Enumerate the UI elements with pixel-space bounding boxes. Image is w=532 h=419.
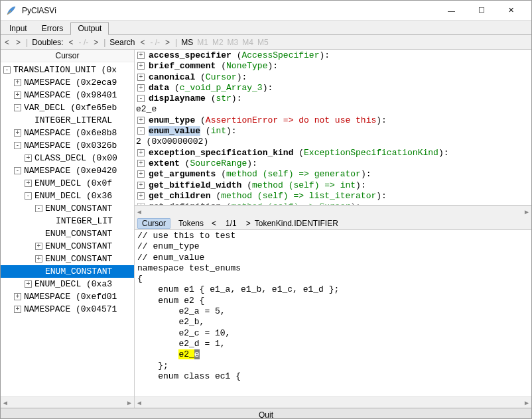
tree-item[interactable]: INTEGER_LIT	[1, 215, 134, 227]
window-title: PyClASVi	[22, 6, 436, 15]
main-tabs: Input Errors Output	[1, 21, 531, 35]
m3-button[interactable]: M3	[228, 38, 239, 47]
doubles-prev-button[interactable]: <	[68, 38, 75, 47]
tree-hscroll[interactable]: ◄►	[1, 396, 134, 408]
property-row[interactable]: +brief_comment (NoneType):	[136, 61, 530, 72]
titlebar: PyClASVi — ☐ ✕	[1, 1, 531, 21]
property-row[interactable]: +get_arguments (method (self) => generat…	[136, 169, 530, 180]
ms-button[interactable]: MS	[181, 38, 193, 47]
cursor-panel: Cursor -TRANSLATION_UNIT (0x+NAMESPACE (…	[1, 50, 135, 408]
nav-prev-button[interactable]: <	[3, 38, 11, 47]
props-hscroll[interactable]: ◄►	[135, 206, 531, 217]
search-label[interactable]: Search	[109, 38, 135, 47]
property-row[interactable]: +exception_specification_kind (Exception…	[136, 148, 530, 158]
property-value: e2_e	[136, 104, 530, 115]
tree-item[interactable]: -NAMESPACE (0xe0420	[1, 164, 134, 177]
search-prev-button[interactable]: <	[139, 38, 146, 47]
tree-item[interactable]: +NAMESPACE (0x6e8b8	[1, 127, 134, 139]
source-line: enum class ec1 {	[137, 371, 529, 382]
quit-button[interactable]: Quit	[1, 408, 531, 419]
source-hscroll[interactable]: ◄►	[135, 396, 531, 408]
tree-item[interactable]: +ENUM_CONSTANT	[1, 253, 134, 265]
nav-next-button[interactable]: >	[15, 38, 22, 47]
doubles-pos: - /-	[79, 38, 89, 47]
tree-item[interactable]: -NAMESPACE (0x0326b	[1, 139, 134, 152]
source-line: enum e1 { e1_a, e1_b, e1_c, e1_d };	[137, 284, 529, 295]
tab-output[interactable]: Output	[70, 22, 109, 35]
source-line: // use this to test	[137, 231, 529, 241]
cursor-tree[interactable]: -TRANSLATION_UNIT (0x+NAMESPACE (0x2eca9…	[1, 62, 134, 396]
minimize-button[interactable]: —	[436, 1, 466, 20]
tree-item[interactable]: +NAMESPACE (0xefd01	[1, 290, 134, 303]
property-row[interactable]: -displayname (str):	[136, 93, 530, 104]
tree-item[interactable]: +ENUM_DECL (0x0f	[1, 177, 134, 190]
maximize-button[interactable]: ☐	[466, 1, 496, 20]
m5-button[interactable]: M5	[257, 38, 269, 47]
source-view[interactable]: // use this to test// enum_type// enum_v…	[135, 230, 531, 396]
tree-item[interactable]: -TRANSLATION_UNIT (0x	[1, 64, 134, 76]
property-row[interactable]: -enum_value (int):	[136, 126, 530, 137]
property-row[interactable]: +enum_type (AssertionError => do not use…	[136, 115, 530, 126]
source-line: };	[137, 361, 529, 371]
tree-item[interactable]: +NAMESPACE (0x04571	[1, 303, 134, 316]
app-icon	[6, 5, 17, 16]
tree-item[interactable]: -ENUM_CONSTANT	[1, 202, 134, 215]
doubles-next-button[interactable]: >	[92, 38, 100, 47]
m1-button[interactable]: M1	[197, 38, 208, 47]
tree-item[interactable]: +NAMESPACE (0x2eca9	[1, 76, 134, 89]
tab-tokens-src[interactable]: Tokens	[174, 219, 208, 228]
property-row[interactable]: +get_bitfield_width (method (self) => in…	[136, 180, 530, 191]
source-line: e2_c = 10,	[137, 328, 529, 339]
property-row[interactable]: +access_specifier (AccessSpecifier):	[136, 50, 530, 61]
source-line: namespace test_enums	[137, 263, 529, 274]
m4-button[interactable]: M4	[242, 38, 253, 47]
tree-item[interactable]: -ENUM_DECL (0x36	[1, 190, 134, 202]
doubles-label: Doubles:	[32, 38, 63, 47]
source-line: // enum_value	[137, 253, 529, 263]
source-toolbar: Cursor Tokens < 1/1 > TokenKind.IDENTIFI…	[135, 217, 531, 230]
search-pos: - /-	[150, 38, 160, 47]
token-kind: TokenKind.IDENTIFIER	[255, 219, 338, 228]
source-line: e2_e	[137, 349, 529, 360]
close-button[interactable]: ✕	[496, 1, 526, 20]
search-next-button[interactable]: >	[164, 38, 171, 47]
tab-cursor-src[interactable]: Cursor	[137, 218, 170, 229]
source-line: enum e2 {	[137, 296, 529, 306]
tree-item[interactable]: +CLASS_DECL (0x00	[1, 152, 134, 164]
property-value: 2 (0x00000002)	[136, 137, 530, 147]
src-prev-button[interactable]: <	[212, 219, 216, 228]
source-line: {	[137, 274, 529, 284]
tree-item[interactable]: ENUM_CONSTANT	[1, 265, 134, 278]
source-line: e2_a = 5,	[137, 306, 529, 317]
cursor-header: Cursor	[1, 50, 134, 62]
source-line: e2_b,	[137, 317, 529, 328]
src-next-button[interactable]: >	[246, 219, 251, 228]
tab-input[interactable]: Input	[2, 22, 34, 34]
tree-item[interactable]: +NAMESPACE (0x98401	[1, 89, 134, 101]
properties-panel[interactable]: +access_specifier (AccessSpecifier):+bri…	[135, 50, 531, 206]
m2-button[interactable]: M2	[212, 38, 224, 47]
property-row[interactable]: +extent (SourceRange):	[136, 158, 530, 169]
property-row[interactable]: +data (c_void_p_Array_3):	[136, 83, 530, 93]
source-line: e2_d = 1,	[137, 339, 529, 349]
source-line: // enum_type	[137, 241, 529, 252]
tree-item[interactable]: +ENUM_DECL (0xa3	[1, 278, 134, 290]
tab-errors[interactable]: Errors	[34, 22, 71, 34]
property-row[interactable]: +canonical (Cursor):	[136, 72, 530, 83]
token-pos: 1/1	[226, 219, 237, 228]
tree-item[interactable]: +ENUM_CONSTANT	[1, 240, 134, 253]
tree-item[interactable]: -VAR_DECL (0xfe65eb	[1, 101, 134, 114]
tree-item[interactable]: INTEGER_LITERAL	[1, 114, 134, 127]
toolbar: < > | Doubles: < - /- > | Search < - /- …	[1, 35, 531, 50]
tree-item[interactable]: ENUM_CONSTANT	[1, 227, 134, 240]
property-row[interactable]: +get_children (method (self) => list_ite…	[136, 191, 530, 202]
